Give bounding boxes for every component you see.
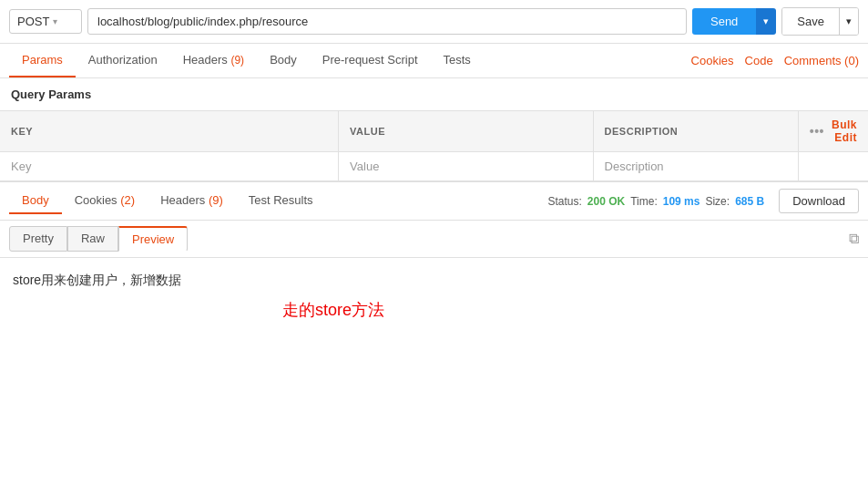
method-selector[interactable]: POST ▾ (9, 9, 82, 34)
bulk-edit-button[interactable]: Bulk Edit (832, 118, 857, 144)
view-tab-raw[interactable]: Raw (67, 226, 118, 252)
watermark-area: ⚙ PHP初学必收藏 🌐 创新互联 (0, 440, 868, 484)
copy-icon[interactable]: ⧉ (849, 231, 859, 247)
method-chevron-icon: ▾ (53, 16, 57, 26)
status-info: Status: 200 OK Time: 109 ms Size: 685 B … (547, 189, 859, 213)
key-cell[interactable]: Key (0, 152, 339, 181)
request-tabs-row: Params Authorization Headers (9) Body Pr… (0, 44, 868, 78)
status-label: Status: (547, 195, 581, 208)
query-params-header: Query Params (0, 78, 868, 110)
col-value-header: VALUE (339, 111, 593, 152)
view-tabs-left: Pretty Raw Preview (9, 226, 188, 252)
size-label: Size: (705, 195, 730, 208)
desc-cell[interactable]: Description (593, 152, 798, 181)
download-button[interactable]: Download (779, 189, 859, 213)
tab-tests[interactable]: Tests (431, 44, 484, 77)
actions-cell (798, 152, 868, 181)
response-tabs-bar: Body Cookies (2) Headers (9) Test Result… (0, 181, 868, 221)
tab-prerequest[interactable]: Pre-request Script (310, 44, 431, 77)
send-dropdown-button[interactable]: ▾ (756, 8, 776, 35)
col-key-header: KEY (0, 111, 339, 152)
send-button[interactable]: Send (692, 8, 756, 35)
view-tab-preview[interactable]: Preview (118, 226, 188, 252)
table-row: Key Value Description (0, 152, 868, 181)
response-body: store用来创建用户，新增数据 走的store方法 (0, 258, 868, 440)
tab-body[interactable]: Body (257, 44, 310, 77)
comments-link[interactable]: Comments (0) (784, 54, 859, 67)
time-value: 109 ms (663, 195, 700, 208)
response-line1: store用来创建用户，新增数据 (13, 273, 855, 289)
save-btn-group: Save ▾ (781, 7, 859, 36)
resp-tab-test-results[interactable]: Test Results (236, 188, 326, 214)
tab-params[interactable]: Params (9, 44, 76, 77)
query-params-table: KEY VALUE DESCRIPTION ••• Bulk Edit Key … (0, 110, 868, 181)
tab-authorization[interactable]: Authorization (76, 44, 170, 77)
url-bar: POST ▾ Send ▾ Save ▾ (0, 0, 868, 44)
url-input[interactable] (87, 8, 687, 35)
status-value: 200 OK (587, 195, 625, 208)
resp-tab-body[interactable]: Body (9, 188, 62, 214)
more-options-icon[interactable]: ••• (810, 124, 824, 139)
resp-tab-headers[interactable]: Headers (9) (148, 188, 236, 214)
cookies-link[interactable]: Cookies (691, 54, 734, 67)
col-desc-header: DESCRIPTION (593, 111, 798, 152)
tabs-right: Cookies Code Comments (0) (691, 54, 859, 67)
tab-headers[interactable]: Headers (9) (170, 44, 257, 77)
response-line2: 走的store方法 (282, 299, 384, 321)
size-value: 685 B (735, 195, 764, 208)
code-link[interactable]: Code (745, 54, 773, 67)
view-tabs-bar: Pretty Raw Preview ⧉ (0, 221, 868, 258)
method-text: POST (17, 15, 49, 28)
save-button[interactable]: Save (782, 8, 839, 35)
value-cell[interactable]: Value (339, 152, 593, 181)
send-btn-group: Send ▾ (692, 8, 776, 35)
save-dropdown-button[interactable]: ▾ (839, 8, 858, 35)
col-actions-header: ••• Bulk Edit (798, 111, 868, 152)
view-tab-pretty[interactable]: Pretty (9, 226, 67, 252)
resp-tab-cookies[interactable]: Cookies (2) (62, 188, 148, 214)
time-label: Time: (630, 195, 658, 208)
